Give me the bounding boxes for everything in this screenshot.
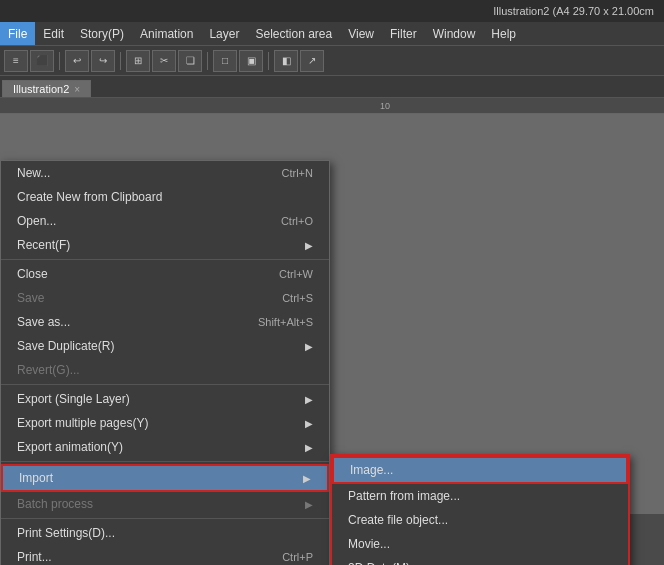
app-wrapper: Illustration2 (A4 29.70 x 21.00cm File E… — [0, 0, 664, 565]
menu-view[interactable]: View — [340, 22, 382, 45]
tab-illustration2[interactable]: Illustration2 × — [2, 80, 91, 97]
submenu-pattern-from-image[interactable]: Pattern from image... — [332, 484, 628, 508]
menu-story[interactable]: Story(P) — [72, 22, 132, 45]
tab-close-icon[interactable]: × — [74, 84, 80, 95]
toolbar-btn-3[interactable]: ⊞ — [126, 50, 150, 72]
menu-new[interactable]: New... Ctrl+N — [1, 161, 329, 185]
toolbar-btn-2[interactable]: ⬛ — [30, 50, 54, 72]
title-text: Illustration2 (A4 29.70 x 21.00cm — [493, 5, 654, 17]
toolbar-btn-1[interactable]: ≡ — [4, 50, 28, 72]
menu-save-as[interactable]: Save as... Shift+Alt+S — [1, 310, 329, 334]
menu-selection-area[interactable]: Selection area — [247, 22, 340, 45]
title-bar: Illustration2 (A4 29.70 x 21.00cm — [0, 0, 664, 22]
toolbar-btn-4[interactable]: ✂ — [152, 50, 176, 72]
menu-import[interactable]: Import ▶ — [1, 464, 329, 492]
toolbar-btn-6[interactable]: □ — [213, 50, 237, 72]
menu-open[interactable]: Open... Ctrl+O — [1, 209, 329, 233]
toolbar-btn-9[interactable]: ↗ — [300, 50, 324, 72]
menu-print-settings[interactable]: Print Settings(D)... — [1, 521, 329, 545]
submenu-movie[interactable]: Movie... — [332, 532, 628, 556]
menu-batch-process[interactable]: Batch process ▶ — [1, 492, 329, 516]
menu-file[interactable]: File — [0, 22, 35, 45]
menu-revert: Revert(G)... — [1, 358, 329, 382]
tab-bar: Illustration2 × — [0, 76, 664, 98]
toolbar: ≡ ⬛ ↩ ↪ ⊞ ✂ ❏ □ ▣ ◧ ↗ — [0, 46, 664, 76]
menu-recent[interactable]: Recent(F) ▶ — [1, 233, 329, 257]
menu-save: Save Ctrl+S — [1, 286, 329, 310]
menu-animation[interactable]: Animation — [132, 22, 201, 45]
ruler-mark-10: 10 — [380, 101, 390, 111]
ruler-horizontal: 10 — [0, 98, 664, 114]
submenu-create-file-object[interactable]: Create file object... — [332, 508, 628, 532]
toolbar-btn-redo[interactable]: ↪ — [91, 50, 115, 72]
tab-label: Illustration2 — [13, 83, 69, 95]
toolbar-sep-1 — [59, 52, 60, 70]
menu-layer[interactable]: Layer — [201, 22, 247, 45]
main-content: New... Ctrl+N Create New from Clipboard … — [0, 114, 664, 565]
submenu-image[interactable]: Image... — [332, 456, 628, 484]
menu-print[interactable]: Print... Ctrl+P — [1, 545, 329, 565]
sep-4 — [1, 518, 329, 519]
sep-2 — [1, 384, 329, 385]
toolbar-btn-8[interactable]: ◧ — [274, 50, 298, 72]
import-submenu: Image... Pattern from image... Create fi… — [330, 454, 630, 565]
toolbar-sep-2 — [120, 52, 121, 70]
sep-3 — [1, 461, 329, 462]
toolbar-sep-3 — [207, 52, 208, 70]
sep-1 — [1, 259, 329, 260]
toolbar-sep-4 — [268, 52, 269, 70]
menu-export-animation[interactable]: Export animation(Y) ▶ — [1, 435, 329, 459]
menu-export-single[interactable]: Export (Single Layer) ▶ — [1, 387, 329, 411]
menu-window[interactable]: Window — [425, 22, 484, 45]
submenu-3d-data[interactable]: 3D Data(M)... — [332, 556, 628, 565]
menu-export-multiple[interactable]: Export multiple pages(Y) ▶ — [1, 411, 329, 435]
menu-create-new-clipboard[interactable]: Create New from Clipboard — [1, 185, 329, 209]
toolbar-btn-5[interactable]: ❏ — [178, 50, 202, 72]
menu-edit[interactable]: Edit — [35, 22, 72, 45]
menu-help[interactable]: Help — [483, 22, 524, 45]
toolbar-btn-7[interactable]: ▣ — [239, 50, 263, 72]
menu-save-duplicate[interactable]: Save Duplicate(R) ▶ — [1, 334, 329, 358]
toolbar-btn-undo[interactable]: ↩ — [65, 50, 89, 72]
menu-bar: File Edit Story(P) Animation Layer Selec… — [0, 22, 664, 46]
menu-filter[interactable]: Filter — [382, 22, 425, 45]
file-menu-dropdown: New... Ctrl+N Create New from Clipboard … — [0, 160, 330, 565]
menu-close[interactable]: Close Ctrl+W — [1, 262, 329, 286]
